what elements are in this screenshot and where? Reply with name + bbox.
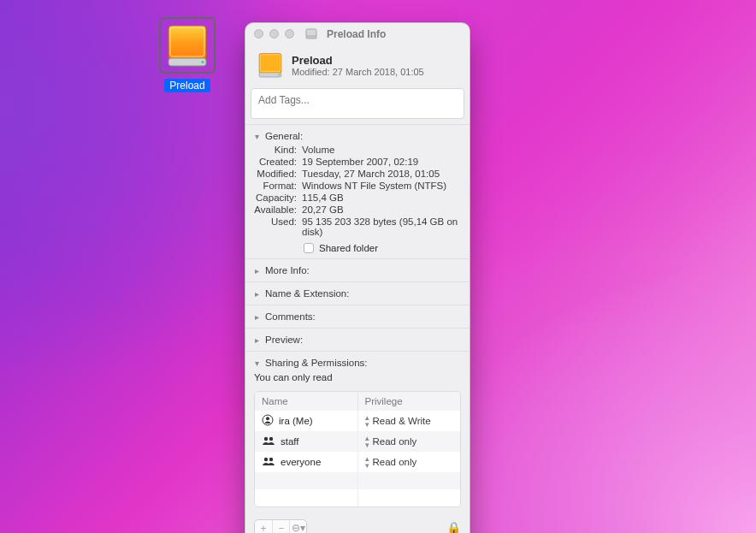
permission-row[interactable]: ira (Me) ▴▾Read & Write — [255, 411, 460, 431]
add-button[interactable]: ＋ — [255, 520, 272, 533]
header-modified-value: 27 March 2018, 01:05 — [333, 67, 424, 77]
svg-rect-5 — [306, 36, 316, 38]
used-value: 95 135 203 328 bytes (95,14 GB on disk) — [302, 216, 464, 237]
header-modified-label: Modified: — [292, 67, 330, 77]
col-priv[interactable]: Privilege — [357, 392, 460, 411]
permission-row[interactable]: staff ▴▾Read only — [255, 431, 460, 452]
kind-value: Volume — [302, 145, 464, 155]
svg-rect-2 — [168, 58, 206, 66]
svg-point-14 — [264, 458, 268, 461]
sort-icon: ▴▾ — [365, 455, 369, 469]
tags-input[interactable] — [251, 89, 464, 118]
col-name[interactable]: Name — [255, 392, 357, 411]
shared-folder-label: Shared folder — [319, 243, 378, 253]
section-label: Preview: — [265, 335, 303, 345]
section-sharing[interactable]: ▾Sharing & Permissions: — [251, 355, 464, 370]
perm-priv: Read only — [373, 457, 417, 467]
perm-name: staff — [281, 436, 299, 447]
perm-priv: Read & Write — [373, 416, 431, 426]
used-label: Used: — [251, 216, 302, 237]
chevron-right-icon: ▸ — [252, 266, 261, 275]
section-label: More Info: — [265, 265, 310, 275]
svg-rect-8 — [259, 73, 281, 77]
section-preview[interactable]: ▸Preview: — [251, 332, 464, 347]
perm-name: ira (Me) — [279, 416, 313, 426]
action-menu[interactable]: ⊖▾ — [289, 520, 306, 533]
section-comments[interactable]: ▸Comments: — [251, 309, 464, 324]
person-icon — [262, 414, 274, 428]
desktop-drive[interactable]: Preload — [154, 17, 221, 92]
remove-button[interactable]: － — [272, 520, 289, 533]
format-label: Format: — [251, 181, 302, 191]
available-value: 20,27 GB — [302, 204, 464, 215]
modified-value: Tuesday, 27 March 2018, 01:05 — [302, 169, 464, 179]
drive-icon — [159, 17, 216, 74]
permissions-hint: You can only read — [245, 370, 470, 388]
chevron-right-icon: ▸ — [252, 312, 261, 322]
modified-label: Modified: — [251, 169, 302, 179]
created-value: 19 September 2007, 02:19 — [302, 157, 464, 167]
tags-field[interactable] — [251, 88, 464, 119]
permission-row — [255, 489, 460, 506]
permission-row — [255, 472, 460, 489]
svg-rect-6 — [259, 54, 281, 74]
section-label: Sharing & Permissions: — [265, 358, 368, 368]
lock-icon[interactable]: 🔒 — [446, 521, 461, 533]
desktop-drive-label: Preload — [164, 79, 210, 92]
sort-icon: ▴▾ — [365, 435, 369, 448]
permissions-table: Name Privilege ira (Me) ▴▾Read & Write s… — [254, 391, 461, 507]
section-label: Name & Extension: — [265, 288, 349, 299]
drive-icon — [256, 50, 285, 80]
svg-rect-0 — [168, 26, 206, 60]
chevron-right-icon: ▸ — [252, 289, 261, 299]
svg-point-15 — [269, 458, 273, 461]
chevron-right-icon: ▸ — [252, 335, 261, 345]
header-name: Preload — [292, 54, 424, 67]
svg-point-13 — [269, 437, 273, 441]
titlebar[interactable]: Preload Info — [245, 23, 470, 45]
minimize-button[interactable] — [269, 29, 279, 38]
drive-icon — [305, 28, 317, 40]
group-icon — [262, 456, 275, 468]
svg-point-12 — [264, 437, 268, 441]
format-value: Windows NT File System (NTFS) — [302, 181, 464, 191]
close-button[interactable] — [254, 29, 263, 38]
perm-name: everyone — [281, 457, 321, 467]
sort-icon: ▴▾ — [365, 414, 369, 428]
perm-priv: Read only — [373, 436, 417, 447]
group-icon — [262, 435, 275, 447]
svg-point-3 — [202, 61, 204, 63]
info-window: Preload Info Preload Modified: 27 March … — [245, 22, 470, 533]
shared-folder-checkbox[interactable] — [304, 243, 314, 253]
svg-point-11 — [266, 417, 269, 420]
window-title: Preload Info — [327, 28, 386, 40]
section-general[interactable]: ▾ General: — [251, 128, 464, 144]
section-name-extension[interactable]: ▸Name & Extension: — [251, 286, 464, 301]
svg-point-9 — [279, 74, 281, 76]
section-label: Comments: — [265, 311, 316, 322]
available-label: Available: — [251, 204, 302, 215]
kind-label: Kind: — [251, 145, 302, 155]
capacity-value: 115,4 GB — [302, 192, 464, 203]
created-label: Created: — [251, 157, 302, 167]
chevron-down-icon: ▾ — [252, 358, 261, 368]
permission-row[interactable]: everyone ▴▾Read only — [255, 452, 460, 472]
section-more-info[interactable]: ▸More Info: — [251, 263, 464, 278]
capacity-label: Capacity: — [251, 192, 302, 203]
zoom-button[interactable] — [285, 29, 294, 38]
section-label: General: — [265, 131, 303, 141]
chevron-down-icon: ▾ — [252, 132, 261, 141]
